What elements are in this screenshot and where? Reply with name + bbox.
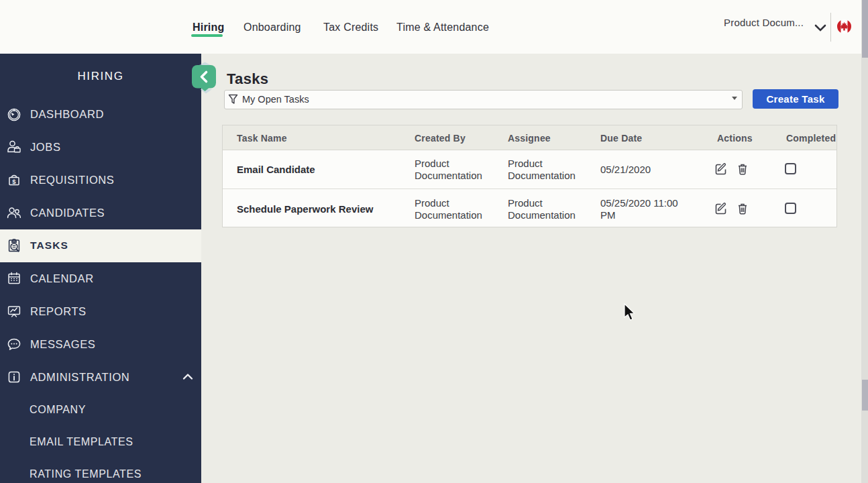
svg-text:$: $: [12, 178, 16, 185]
